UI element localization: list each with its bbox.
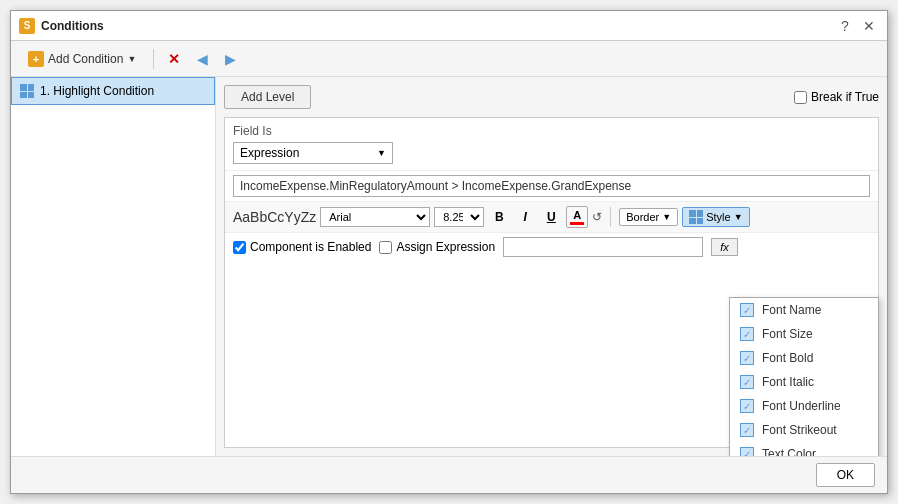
expression-input[interactable]: [233, 175, 870, 197]
toolbar-separator: [153, 49, 154, 69]
expression-row: [225, 171, 878, 202]
right-panel: Add Level Break if True Field Is Express…: [216, 77, 887, 456]
ok-button[interactable]: OK: [816, 463, 875, 487]
check-icon-text-color: ✓: [740, 447, 754, 456]
bold-button[interactable]: B: [488, 206, 510, 228]
font-preview: AaBbCcYyZz: [233, 209, 316, 225]
main-content: 1. Highlight Condition Add Level Break i…: [11, 77, 887, 456]
bottom-checkboxes-row: Component is Enabled Assign Expression f…: [225, 233, 878, 261]
style-menu-item-font-underline[interactable]: ✓ Font Underline: [730, 394, 878, 418]
style-toolbar: AaBbCcYyZz Arial 8.25 B I U A ↺ Border ▼: [225, 202, 878, 233]
font-name-select[interactable]: Arial: [320, 207, 430, 227]
field-is-row: Field Is Expression ▼: [225, 118, 878, 171]
delete-condition-button[interactable]: ✕: [162, 47, 186, 71]
font-size-select[interactable]: 8.25: [434, 207, 484, 227]
top-controls: Add Level Break if True: [224, 85, 879, 109]
underline-button[interactable]: U: [540, 206, 562, 228]
field-dropdown[interactable]: Expression ▼: [233, 142, 393, 164]
border-button[interactable]: Border ▼: [619, 208, 678, 226]
style-menu-item-text-color[interactable]: ✓ Text Color: [730, 442, 878, 456]
check-icon-font-underline: ✓: [740, 399, 754, 413]
field-select-row: Expression ▼: [233, 142, 870, 164]
title-controls: ? ✕: [835, 16, 879, 36]
check-icon-font-bold: ✓: [740, 351, 754, 365]
window-title: Conditions: [41, 19, 835, 33]
condition-icon: [20, 84, 34, 98]
toolbar-sep-2: [610, 207, 611, 227]
sidebar-item-highlight-condition[interactable]: 1. Highlight Condition: [11, 77, 215, 105]
assign-expression-label[interactable]: Assign Expression: [379, 240, 495, 254]
style-dropdown-menu: ✓ Font Name ✓ Font Size ✓ Font Bold ✓ Fo…: [729, 297, 879, 456]
add-level-button[interactable]: Add Level: [224, 85, 311, 109]
check-icon-font-name: ✓: [740, 303, 754, 317]
style-menu-item-font-italic[interactable]: ✓ Font Italic: [730, 370, 878, 394]
help-button[interactable]: ?: [835, 16, 855, 36]
close-button[interactable]: ✕: [859, 16, 879, 36]
assign-expression-input[interactable]: [503, 237, 703, 257]
app-icon: S: [19, 18, 35, 34]
add-condition-button[interactable]: + Add Condition ▼: [19, 47, 145, 71]
break-if-true-checkbox[interactable]: [794, 91, 807, 104]
check-icon-font-italic: ✓: [740, 375, 754, 389]
main-toolbar: + Add Condition ▼ ✕ ◀ ▶: [11, 41, 887, 77]
component-enabled-checkbox[interactable]: [233, 241, 246, 254]
italic-button[interactable]: I: [514, 206, 536, 228]
title-bar: S Conditions ? ✕: [11, 11, 887, 41]
component-enabled-label[interactable]: Component is Enabled: [233, 240, 371, 254]
text-color-button[interactable]: A: [566, 206, 588, 228]
style-grid-icon: [689, 210, 703, 224]
check-icon-font-size: ✓: [740, 327, 754, 341]
conditions-window: S Conditions ? ✕ + Add Condition ▼ ✕ ◀ ▶: [10, 10, 888, 494]
move-up-button[interactable]: ◀: [190, 47, 214, 71]
fx-button[interactable]: fx: [711, 238, 738, 256]
style-menu-item-font-bold[interactable]: ✓ Font Bold: [730, 346, 878, 370]
style-dropdown-button[interactable]: Style ▼: [682, 207, 749, 227]
break-if-true-container: Break if True: [794, 90, 879, 104]
assign-expression-checkbox[interactable]: [379, 241, 392, 254]
check-icon-font-strikeout: ✓: [740, 423, 754, 437]
style-menu-item-font-name[interactable]: ✓ Font Name: [730, 298, 878, 322]
style-menu-item-font-strikeout[interactable]: ✓ Font Strikeout: [730, 418, 878, 442]
style-menu-item-font-size[interactable]: ✓ Font Size: [730, 322, 878, 346]
field-label: Field Is: [233, 124, 870, 138]
footer: OK: [11, 456, 887, 493]
add-condition-icon: +: [28, 51, 44, 67]
conditions-sidebar: 1. Highlight Condition: [11, 77, 216, 456]
move-down-button[interactable]: ▶: [218, 47, 242, 71]
